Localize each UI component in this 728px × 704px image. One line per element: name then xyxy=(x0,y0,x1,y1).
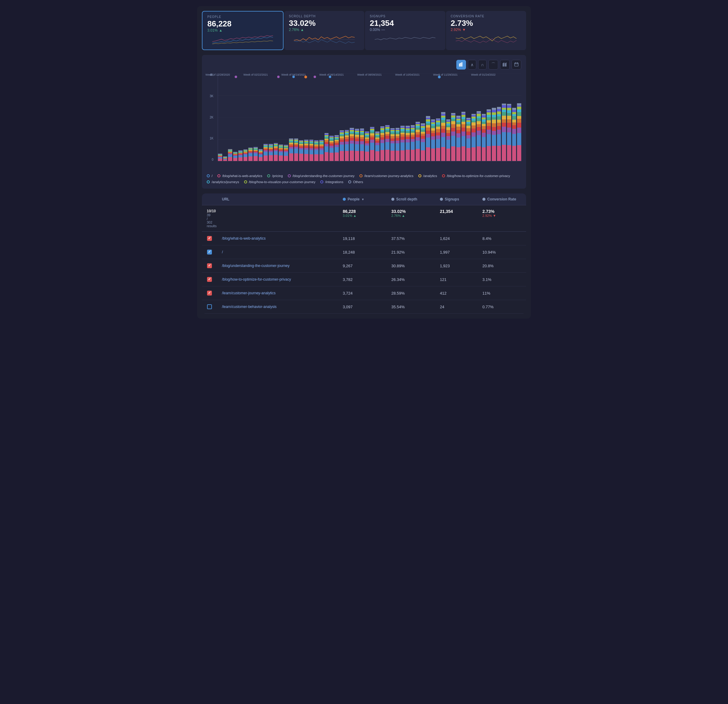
bar-group[interactable] xyxy=(507,73,511,161)
row-checkbox-2[interactable] xyxy=(202,259,217,272)
table-row[interactable]: / 18,248 21.92% 1,997 10.94% xyxy=(202,246,526,259)
metric-conversion[interactable]: CONVERSION RATE 2.73% 2.92% ▼ xyxy=(446,11,526,50)
bar-group[interactable] xyxy=(244,73,248,161)
bar-group[interactable] xyxy=(233,73,237,161)
table-row[interactable]: /blog/how-to-optimize-for-customer-priva… xyxy=(202,273,526,286)
bar-group[interactable] xyxy=(370,73,374,161)
bar-group[interactable] xyxy=(360,73,364,161)
legend-analytics[interactable]: /analytics xyxy=(418,174,437,178)
table-row[interactable]: /learn/customer-behavior-analysis 3,097 … xyxy=(202,300,526,314)
curved-line-btn[interactable]: ∩ xyxy=(478,60,487,69)
legend-customer-journey[interactable]: /blog/understanding-the-customer-journey xyxy=(288,174,355,178)
legend-home[interactable]: / xyxy=(207,174,212,178)
bar-group[interactable] xyxy=(396,73,400,161)
table-row[interactable]: /learn/customer-journey-analytics 3,724 … xyxy=(202,286,526,300)
metric-scroll[interactable]: SCROLL DEPTH 33.02% 2.76% ▲ xyxy=(284,11,365,50)
bar-group[interactable] xyxy=(325,73,329,161)
line-chart-btn[interactable]: ∧ xyxy=(468,60,476,69)
bar-group[interactable] xyxy=(421,73,425,161)
bar-group[interactable] xyxy=(400,73,405,161)
th-people[interactable]: People ▼ xyxy=(338,194,386,205)
bar-group[interactable] xyxy=(385,73,390,161)
bar-group[interactable] xyxy=(477,73,481,161)
bar-group[interactable] xyxy=(471,73,476,161)
bar-group[interactable] xyxy=(502,73,506,161)
bar-group[interactable] xyxy=(416,73,420,161)
row-checkbox-1[interactable] xyxy=(202,246,217,259)
metric-signups[interactable]: SIGNUPS 21,354 0.00% — xyxy=(365,11,445,50)
bar-group[interactable] xyxy=(517,73,521,161)
bar-group[interactable] xyxy=(492,73,496,161)
bar-group[interactable] xyxy=(456,73,461,161)
checkbox-4[interactable] xyxy=(207,291,212,295)
bar-group[interactable] xyxy=(304,73,308,161)
bar-group[interactable] xyxy=(319,73,324,161)
bar-group[interactable] xyxy=(269,73,273,161)
bar-group[interactable] xyxy=(340,73,344,161)
grouped-bar-btn[interactable] xyxy=(500,60,510,69)
metric-people[interactable]: PEOPLE 86,228 3.01% ▲ xyxy=(202,11,283,50)
calendar-btn[interactable] xyxy=(511,60,521,69)
bar-chart-btn[interactable] xyxy=(456,60,466,69)
bar-group[interactable] xyxy=(355,73,359,161)
bar-group[interactable] xyxy=(451,73,455,161)
bar-group[interactable] xyxy=(350,73,354,161)
checkbox-5[interactable] xyxy=(207,304,212,309)
bar-group[interactable] xyxy=(487,73,491,161)
bar-group[interactable] xyxy=(335,73,339,161)
bar-group[interactable] xyxy=(259,73,263,161)
bar-group[interactable] xyxy=(446,73,451,161)
bar-group[interactable] xyxy=(284,73,288,161)
bar-group[interactable] xyxy=(279,73,283,161)
bar-group[interactable] xyxy=(365,73,369,161)
bar-group[interactable] xyxy=(228,73,232,161)
bar-group[interactable] xyxy=(411,73,415,161)
bar-group[interactable] xyxy=(441,73,445,161)
table-row[interactable]: /blog/understanding-the-customer-journey… xyxy=(202,259,526,273)
bar-group[interactable] xyxy=(218,73,222,161)
area-chart-btn[interactable]: ⌒ xyxy=(488,60,498,69)
bar-group[interactable] xyxy=(263,73,268,161)
bar-group[interactable] xyxy=(238,73,243,161)
row-checkbox-3[interactable] xyxy=(202,273,217,286)
bar-group[interactable] xyxy=(274,73,278,161)
row-checkbox-0[interactable] xyxy=(202,232,217,245)
bar-group[interactable] xyxy=(253,73,258,161)
bar-group[interactable] xyxy=(248,73,253,161)
legend-others[interactable]: Others xyxy=(348,180,363,184)
bar-group[interactable] xyxy=(375,73,380,161)
table-row[interactable]: /blog/what-is-web-analytics 19,118 37.57… xyxy=(202,232,526,246)
bar-group[interactable] xyxy=(390,73,395,161)
bar-group[interactable] xyxy=(436,73,440,161)
checkbox-2[interactable] xyxy=(207,263,212,268)
bar-group[interactable] xyxy=(466,73,471,161)
legend-learn-analytics[interactable]: /learn/customer-journey-analytics xyxy=(360,174,413,178)
bar-group[interactable] xyxy=(512,73,516,161)
row-checkbox-5[interactable] xyxy=(202,300,217,314)
bar-group[interactable] xyxy=(329,73,334,161)
legend-blog-analytics[interactable]: /blog/what-is-web-analytics xyxy=(217,174,262,178)
legend-privacy[interactable]: /blog/how-to-optimize-for-customer-priva… xyxy=(442,174,510,178)
bar-group[interactable] xyxy=(406,73,410,161)
bar-group[interactable] xyxy=(426,73,430,161)
bar-group[interactable] xyxy=(497,73,501,161)
bar-group[interactable] xyxy=(380,73,385,161)
legend-integrations[interactable]: /integrations xyxy=(320,180,343,184)
row-checkbox-4[interactable] xyxy=(202,286,217,300)
bar-group[interactable] xyxy=(299,73,303,161)
bar-group[interactable] xyxy=(482,73,486,161)
th-conversion[interactable]: Conversion Rate xyxy=(478,194,526,205)
checkbox-0[interactable] xyxy=(207,236,212,241)
th-scroll[interactable]: Scroll depth xyxy=(386,194,435,205)
bar-group[interactable] xyxy=(461,73,466,161)
legend-journeys[interactable]: /analytics/journeys xyxy=(207,180,239,184)
th-signups[interactable]: Signups xyxy=(435,194,478,205)
checkbox-3[interactable] xyxy=(207,277,212,282)
legend-visualize[interactable]: /blog/how-to-visualize-your-customer-jou… xyxy=(244,180,315,184)
bar-group[interactable] xyxy=(309,73,313,161)
legend-pricing[interactable]: /pricing xyxy=(267,174,283,178)
bar-group[interactable] xyxy=(289,73,293,161)
bar-group[interactable] xyxy=(431,73,435,161)
checkbox-1[interactable] xyxy=(207,250,212,254)
bar-group[interactable] xyxy=(314,73,318,161)
